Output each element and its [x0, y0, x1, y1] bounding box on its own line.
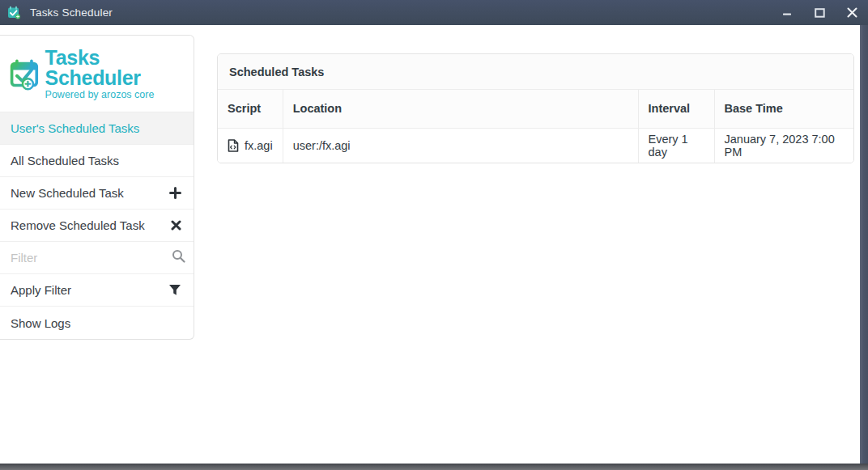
window-frame-bottom-edge	[0, 464, 868, 470]
sidebar-item-new-scheduled-task[interactable]: New Scheduled Task	[0, 177, 194, 210]
titlebar: Tasks Scheduler	[0, 0, 868, 25]
filter-funnel-icon	[168, 284, 181, 296]
table-row: fx.agi user:/fx.agi Every 1 day January …	[218, 128, 853, 163]
filter-input[interactable]	[11, 251, 172, 265]
close-button[interactable]	[836, 0, 868, 25]
filter-field-row	[0, 242, 194, 274]
task-interval: Every 1 day	[638, 128, 714, 163]
minimize-button[interactable]	[771, 0, 803, 25]
plus-icon	[169, 187, 181, 199]
sidebar-item-label: New Scheduled Task	[11, 186, 124, 200]
scheduled-tasks-table: Script Location Interval Base Time	[218, 90, 853, 163]
task-script-name: fx.agi	[245, 139, 273, 152]
task-location: user:/fx.agi	[283, 128, 638, 163]
sidebar-item-label: Remove Scheduled Task	[11, 218, 145, 232]
sidebar-item-apply-filter[interactable]: Apply Filter	[0, 274, 194, 307]
sidebar-item-label: All Scheduled Tasks	[11, 154, 119, 167]
task-base-time: January 7, 2023 7:00 PM	[714, 128, 853, 163]
column-header-location: Location	[283, 90, 638, 128]
sidebar: Tasks Scheduler Powered by arozos core U…	[0, 35, 194, 340]
app-window: Tasks Scheduler	[0, 0, 868, 470]
sidebar-item-remove-scheduled-task[interactable]: Remove Scheduled Task	[0, 210, 194, 242]
window-title: Tasks Scheduler	[30, 6, 113, 19]
sidebar-item-label: User's Scheduled Tasks	[11, 121, 139, 135]
close-icon	[847, 7, 857, 18]
remove-cross-icon	[171, 220, 181, 231]
logo-title: Tasks Scheduler	[45, 48, 185, 88]
sidebar-item-all-scheduled-tasks[interactable]: All Scheduled Tasks	[0, 145, 194, 177]
sidebar-item-show-logs[interactable]: Show Logs	[0, 307, 194, 339]
maximize-icon	[815, 8, 825, 18]
sidebar-item-label: Show Logs	[11, 316, 70, 330]
minimize-icon	[782, 8, 792, 18]
window-controls	[771, 0, 868, 25]
table-header-row: Script Location Interval Base Time	[218, 90, 853, 128]
script-file-icon	[228, 139, 239, 152]
scheduled-tasks-panel: Scheduled Tasks Script Location Interval…	[217, 53, 854, 163]
sidebar-item-label: Apply Filter	[11, 283, 71, 297]
app-icon	[7, 6, 21, 19]
app-logo: Tasks Scheduler Powered by arozos core	[0, 36, 194, 112]
column-header-script: Script	[218, 90, 283, 128]
calendar-check-plus-icon	[9, 56, 42, 93]
logo-subtitle: Powered by arozos core	[45, 89, 185, 100]
window-frame-right-edge	[860, 25, 868, 464]
panel-title: Scheduled Tasks	[218, 54, 853, 90]
column-header-base-time: Base Time	[714, 90, 853, 128]
search-icon	[172, 249, 185, 266]
sidebar-item-users-scheduled-tasks[interactable]: User's Scheduled Tasks	[0, 112, 194, 145]
maximize-button[interactable]	[803, 0, 836, 25]
column-header-interval: Interval	[638, 90, 714, 128]
